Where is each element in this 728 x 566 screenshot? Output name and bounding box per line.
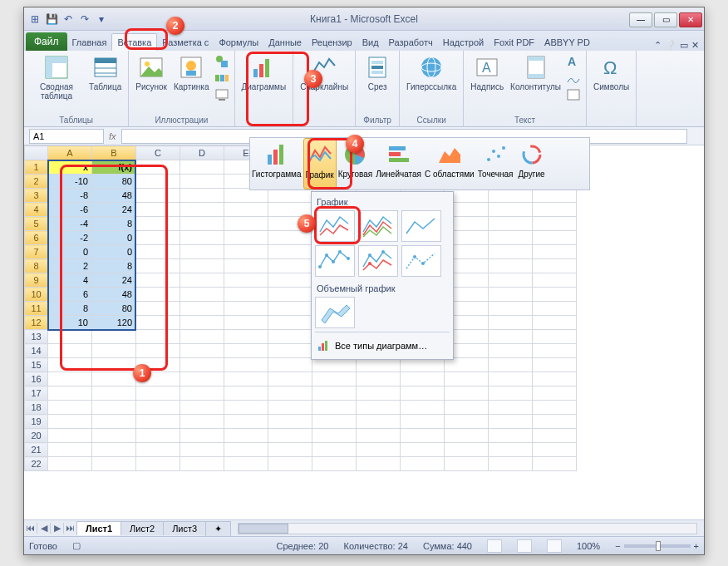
zoom-in-icon[interactable]: +: [694, 541, 699, 551]
cell[interactable]: [224, 302, 268, 316]
cell[interactable]: [136, 316, 180, 330]
cell[interactable]: [180, 245, 224, 259]
cell[interactable]: [180, 217, 224, 231]
cell[interactable]: [224, 415, 268, 429]
cell[interactable]: [445, 372, 489, 386]
cell[interactable]: [268, 344, 312, 358]
other-charts-button[interactable]: Другие: [515, 138, 548, 189]
textbox-button[interactable]: A Надпись: [469, 52, 505, 93]
cell[interactable]: [224, 217, 268, 231]
cell[interactable]: [489, 429, 533, 443]
cell[interactable]: [533, 288, 577, 302]
row-header[interactable]: 20: [25, 429, 48, 443]
line-chart-option-1[interactable]: [315, 210, 355, 242]
cell[interactable]: f(x): [92, 160, 136, 175]
column-header[interactable]: C: [136, 146, 180, 160]
symbols-button[interactable]: Ω Символы: [592, 52, 631, 93]
cell[interactable]: [136, 189, 180, 203]
ribbon-tab[interactable]: Формулы: [214, 34, 263, 51]
cell[interactable]: [224, 358, 268, 372]
cell[interactable]: [92, 401, 136, 415]
row-header[interactable]: 4: [25, 203, 48, 217]
cell[interactable]: [136, 330, 180, 344]
cell[interactable]: [180, 429, 224, 443]
row-header[interactable]: 12: [25, 316, 48, 330]
cell[interactable]: [136, 302, 180, 316]
cell[interactable]: [533, 415, 577, 429]
view-normal-icon[interactable]: [487, 539, 502, 553]
cell[interactable]: [357, 429, 401, 443]
cell[interactable]: [136, 203, 180, 217]
row-header[interactable]: 15: [25, 358, 48, 372]
row-header[interactable]: 6: [25, 231, 48, 245]
cell[interactable]: [533, 231, 577, 245]
cell[interactable]: [48, 401, 92, 415]
horizontal-scrollbar[interactable]: [238, 523, 697, 534]
bar-chart-button[interactable]: Линейчатая: [374, 138, 423, 189]
cell[interactable]: [180, 401, 224, 415]
undo-icon[interactable]: ↶: [61, 12, 76, 27]
cell[interactable]: [268, 330, 312, 344]
ribbon-tab[interactable]: Главная: [67, 34, 112, 51]
help-icon[interactable]: ❔: [665, 40, 676, 51]
cell[interactable]: [268, 302, 312, 316]
cell[interactable]: [401, 401, 445, 415]
cell[interactable]: [136, 288, 180, 302]
cell[interactable]: [401, 358, 445, 372]
cell[interactable]: [357, 401, 401, 415]
row-header[interactable]: 17: [25, 386, 48, 401]
cell[interactable]: [489, 189, 533, 203]
cell[interactable]: [268, 429, 312, 443]
cell[interactable]: 6: [48, 288, 92, 302]
cell[interactable]: [180, 415, 224, 429]
ribbon-tab[interactable]: ABBYY PD: [539, 34, 595, 51]
hyperlink-button[interactable]: Гиперссылка: [405, 52, 458, 93]
cell[interactable]: [401, 386, 445, 401]
cell[interactable]: [445, 386, 489, 401]
row-header[interactable]: 3: [25, 189, 48, 203]
header-footer-button[interactable]: Колонтитулы: [509, 52, 563, 93]
cell[interactable]: [533, 316, 577, 330]
cell[interactable]: [489, 457, 533, 471]
cell[interactable]: [92, 330, 136, 344]
cell[interactable]: [92, 372, 136, 386]
cell[interactable]: 120: [92, 316, 136, 330]
cell[interactable]: [136, 273, 180, 288]
cell[interactable]: [180, 160, 224, 175]
cell[interactable]: [136, 429, 180, 443]
ribbon-tab-insert[interactable]: Вставка: [111, 33, 157, 51]
cell[interactable]: [224, 189, 268, 203]
cell[interactable]: [312, 372, 357, 386]
pivot-table-button[interactable]: Сводная таблица: [29, 52, 84, 102]
sheet-first-icon[interactable]: ⏮: [24, 523, 37, 534]
cell[interactable]: [268, 401, 312, 415]
line-chart-option-2[interactable]: [358, 210, 398, 242]
ribbon-tab[interactable]: Данные: [263, 34, 307, 51]
cell[interactable]: [312, 457, 357, 471]
row-header[interactable]: 21: [25, 443, 48, 457]
cell[interactable]: [180, 443, 224, 457]
cell[interactable]: [489, 443, 533, 457]
cell[interactable]: 4: [48, 273, 92, 288]
row-header[interactable]: 14: [25, 344, 48, 358]
cell[interactable]: [489, 330, 533, 344]
cell[interactable]: [357, 358, 401, 372]
sheet-tab[interactable]: Лист1: [76, 521, 121, 535]
all-chart-types-button[interactable]: Все типы диаграмм…: [315, 336, 450, 356]
cell[interactable]: [180, 302, 224, 316]
cell[interactable]: [312, 443, 357, 457]
line-chart-option-4[interactable]: [315, 245, 355, 277]
ribbon-tab[interactable]: Рецензир: [307, 34, 357, 51]
cell[interactable]: [357, 386, 401, 401]
restore-workbook-icon[interactable]: ▭: [680, 40, 688, 51]
smartart-icon[interactable]: [214, 71, 229, 86]
excel-icon[interactable]: ⊞: [27, 12, 42, 27]
scatter-chart-button[interactable]: Точечная: [476, 138, 515, 189]
cell[interactable]: [180, 259, 224, 273]
cell[interactable]: -6: [48, 203, 92, 217]
cell[interactable]: [533, 358, 577, 372]
screenshot-icon[interactable]: [214, 87, 229, 102]
cell[interactable]: [489, 203, 533, 217]
cell[interactable]: [224, 203, 268, 217]
cell[interactable]: [224, 386, 268, 401]
